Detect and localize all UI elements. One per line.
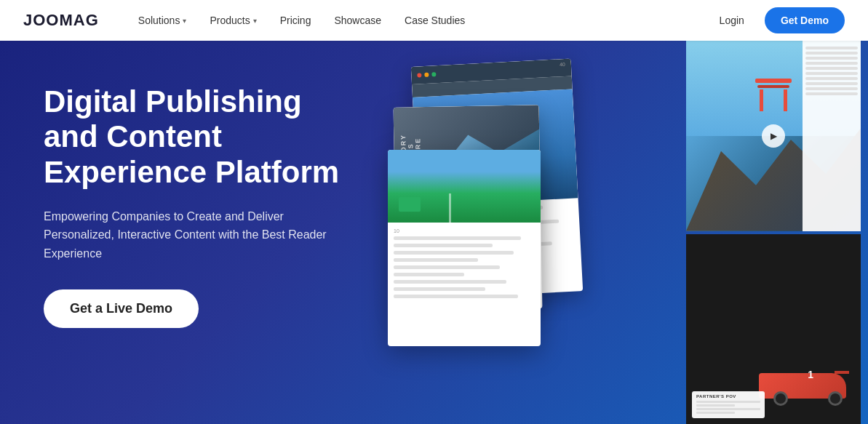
overlay-line <box>805 57 858 60</box>
get-demo-button[interactable]: Get Demo <box>765 7 845 33</box>
sign-decoration <box>399 197 421 212</box>
gate-posts <box>760 89 787 111</box>
doc-line <box>394 280 506 284</box>
pov-line <box>696 404 735 407</box>
nav-solutions[interactable]: Solutions ▾ <box>128 9 197 32</box>
doc-line <box>394 258 478 262</box>
overlay-line <box>805 72 858 75</box>
nav-pricing[interactable]: Pricing <box>270 9 322 32</box>
doc-line <box>394 244 493 247</box>
hero-content: Digital Publishing and Content Experienc… <box>0 41 349 357</box>
car-wheel <box>828 391 843 406</box>
gate-decoration <box>759 79 788 115</box>
bottom-image: 1 PARTNER'S POV <box>686 234 861 425</box>
overlay-line <box>805 87 858 90</box>
top-image: ▶ <box>686 41 861 231</box>
text-overlay <box>803 41 861 231</box>
pov-line <box>696 412 735 414</box>
doc-front-body: 10 <box>388 223 541 308</box>
page-number: 10 <box>394 228 535 233</box>
nav-right: Login Get Demo <box>708 7 845 33</box>
doc-line <box>394 265 500 269</box>
page-number: 40 <box>560 62 565 67</box>
nav-case-studies[interactable]: Case Studies <box>394 9 475 32</box>
overlay-line <box>805 92 858 95</box>
car-number: 1 <box>808 369 813 380</box>
hero-subtitle: Empowering Companies to Create and Deliv… <box>44 207 349 263</box>
pov-lines <box>696 401 760 414</box>
nav-showcase[interactable]: Showcase <box>324 9 391 32</box>
navbar: JOOMAG Solutions ▾ Products ▾ Pricing Sh… <box>0 0 868 41</box>
nav-products[interactable]: Products ▾ <box>199 9 266 32</box>
overlay-line <box>805 82 858 85</box>
gate-top <box>755 79 792 83</box>
play-button[interactable]: ▶ <box>762 124 785 148</box>
minimize-icon <box>424 73 429 77</box>
pov-badge: PARTNER'S POV <box>692 391 765 418</box>
pov-title: PARTNER'S POV <box>696 394 760 399</box>
docs-cluster: 40 History Meets Future First Name <box>388 63 592 368</box>
doc-line <box>394 236 521 240</box>
pov-line <box>696 408 760 410</box>
overlay-line <box>805 62 858 65</box>
car-wheel <box>773 391 788 406</box>
right-images: ▶ 1 <box>686 41 861 424</box>
doc-line <box>394 273 464 276</box>
nav-links: Solutions ▾ Products ▾ Pricing Showcase … <box>128 9 708 32</box>
overlay-line <box>805 47 858 49</box>
gate-post <box>760 89 763 111</box>
gate-post <box>784 89 787 111</box>
hero-cta-button[interactable]: Get a Live Demo <box>44 289 199 328</box>
doc-line <box>394 287 485 291</box>
close-icon <box>417 73 421 77</box>
maximize-icon <box>431 72 436 76</box>
pov-line <box>696 401 760 403</box>
doc-front-image <box>388 150 541 223</box>
overlay-line <box>805 77 858 80</box>
hero-section: Digital Publishing and Content Experienc… <box>0 41 868 424</box>
chevron-down-icon: ▾ <box>253 17 257 25</box>
overlay-line <box>805 52 858 55</box>
login-button[interactable]: Login <box>708 9 756 32</box>
hero-title: Digital Publishing and Content Experienc… <box>44 84 349 190</box>
doc-line <box>394 295 518 298</box>
doc-line <box>394 251 514 255</box>
chevron-down-icon: ▾ <box>183 17 186 25</box>
overlay-line <box>805 67 858 70</box>
gate-mid <box>757 85 789 88</box>
travel-document: 10 <box>388 150 541 346</box>
road-decoration <box>449 193 451 223</box>
hero-visuals: 40 History Meets Future First Name <box>359 41 868 424</box>
brand-logo: JOOMAG <box>23 11 99 30</box>
